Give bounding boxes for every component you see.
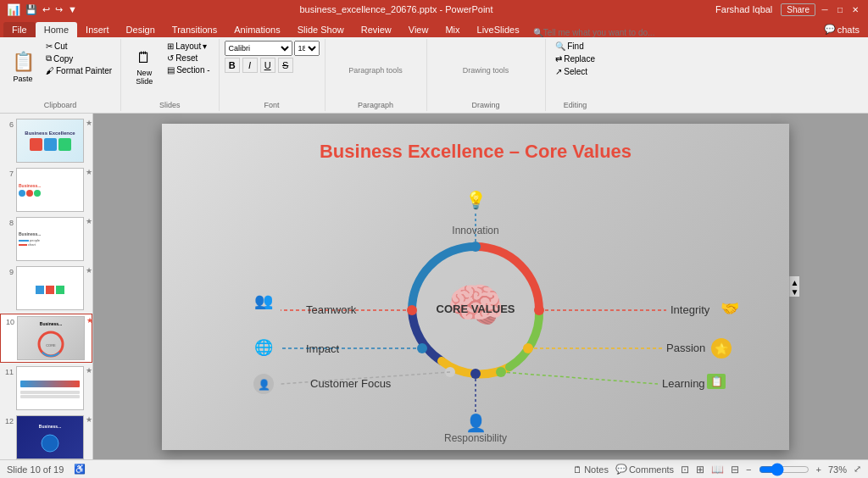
svg-text:👤: 👤 xyxy=(465,413,487,433)
tab-mix[interactable]: Mix xyxy=(437,22,468,37)
paste-label: Paste xyxy=(13,75,32,83)
tab-view[interactable]: View xyxy=(400,22,437,37)
status-bar: Slide 10 of 19 ♿ 🗒 Notes 💬 Comments ⊡ ⊞ … xyxy=(0,459,868,478)
slide-canvas[interactable]: Business Excellence – InnovationCore Val… xyxy=(162,124,789,450)
section-button[interactable]: ▤ Section - xyxy=(164,64,213,75)
paragraph-label: Paragraph xyxy=(358,99,393,109)
close-button[interactable]: ✕ xyxy=(849,3,861,15)
svg-text:🌐: 🌐 xyxy=(254,338,274,357)
find-button[interactable]: 🔍 Find xyxy=(552,41,587,52)
slide-title: Business Excellence – InnovationCore Val… xyxy=(162,124,789,170)
slide-main: Business Excellence – InnovationCore Val… xyxy=(93,114,868,459)
new-slide-icon: 🗒 xyxy=(136,49,152,67)
paste-button[interactable]: 📋 Paste xyxy=(5,41,41,93)
slide-thumb-8[interactable]: 8 Business... people chart ★ xyxy=(0,215,92,263)
format-painter-button[interactable]: 🖌 Format Painter xyxy=(42,65,115,76)
drawing-label: Drawing xyxy=(472,99,500,109)
zoom-out-button[interactable]: − xyxy=(746,464,751,475)
svg-text:Responsibility: Responsibility xyxy=(444,432,507,444)
tab-transitions[interactable]: Transitions xyxy=(164,22,225,37)
tab-insert[interactable]: Insert xyxy=(77,22,118,37)
slides-col: ⊞ Layout ▾ ↺ Reset ▤ Section - xyxy=(164,41,213,75)
new-slide-button[interactable]: 🗒 New Slide xyxy=(126,41,162,93)
slide-thumb-10[interactable]: 10 Business... CORE ★ xyxy=(0,314,92,363)
paragraph-content: Paragraph tools xyxy=(348,41,403,99)
svg-text:👤: 👤 xyxy=(258,378,270,391)
slide-panel[interactable]: 6 Business Excellence ★ 7 Business... xyxy=(0,114,93,459)
quick-access-redo[interactable]: ↪ xyxy=(55,4,63,15)
underline-button[interactable]: U xyxy=(260,58,275,73)
slide-thumb-7[interactable]: 7 Business... ★ xyxy=(0,166,92,214)
tab-chats[interactable]: 💬 chats xyxy=(815,21,868,37)
tab-home[interactable]: Home xyxy=(36,22,77,37)
tab-file[interactable]: File xyxy=(3,22,36,37)
slide-img-9 xyxy=(16,266,84,310)
scroll-bar[interactable]: ▲ ▼ xyxy=(789,276,799,297)
fit-slide-button[interactable]: ⤢ xyxy=(854,464,861,475)
tab-slideshow[interactable]: Slide Show xyxy=(289,22,353,37)
minimize-button[interactable]: ─ xyxy=(819,3,831,15)
clipboard-section: 📋 Paste ✂ Cut ⧉ Copy 🖌 Format Painter Cl… xyxy=(0,39,121,111)
scroll-up-arrow[interactable]: ▲ xyxy=(791,278,799,287)
slide-title-core: Core Values xyxy=(525,141,632,162)
title-bar: 📊 💾 ↩ ↪ ▼ business_excellence_20676.pptx… xyxy=(0,0,868,19)
format-painter-label: Format Painter xyxy=(56,66,112,75)
tab-animations[interactable]: Animations xyxy=(225,22,288,37)
editing-label: Editing xyxy=(564,99,587,109)
scroll-down-arrow[interactable]: ▼ xyxy=(791,287,799,297)
accessibility-icon[interactable]: ♿ xyxy=(74,464,86,475)
quick-access-customize[interactable]: ▼ xyxy=(68,4,77,14)
select-button[interactable]: ↗ Select xyxy=(552,66,591,77)
layout-button[interactable]: ⊞ Layout ▾ xyxy=(164,41,213,52)
quick-access-save[interactable]: 💾 xyxy=(25,4,37,15)
slides-section: 🗒 New Slide ⊞ Layout ▾ ↺ Reset ▤ Section… xyxy=(121,39,219,111)
replace-button[interactable]: ⇄ Replace xyxy=(552,53,598,64)
view-reading-icon[interactable]: 📖 xyxy=(711,464,724,475)
font-section: Calibri 18 B I U S Font xyxy=(220,39,326,111)
find-label: Find xyxy=(567,42,583,51)
share-button[interactable]: Share xyxy=(781,3,815,16)
zoom-in-button[interactable]: + xyxy=(816,464,821,475)
slide-img-11 xyxy=(16,366,84,410)
tell-me-input[interactable] xyxy=(543,28,679,37)
svg-text:Business...: Business... xyxy=(40,321,63,326)
slide-thumb-6[interactable]: 6 Business Excellence ★ xyxy=(0,117,92,164)
svg-text:⭐: ⭐ xyxy=(715,342,729,356)
select-icon: ↗ xyxy=(555,67,562,76)
view-slide-sorter-icon[interactable]: ⊞ xyxy=(696,464,704,475)
tab-liveslides[interactable]: LiveSlides xyxy=(469,22,528,37)
slide-thumb-11[interactable]: 11 ★ xyxy=(0,364,92,412)
svg-text:Business...: Business... xyxy=(39,424,62,429)
svg-text:Learning: Learning xyxy=(662,377,705,390)
notes-button[interactable]: 🗒 Notes xyxy=(573,464,609,475)
quick-access-undo[interactable]: ↩ xyxy=(42,4,50,15)
copy-label: Copy xyxy=(53,54,73,64)
italic-button[interactable]: I xyxy=(242,58,258,73)
section-icon: ▤ xyxy=(167,65,175,75)
svg-text:CORE: CORE xyxy=(46,343,56,347)
svg-text:Innovation: Innovation xyxy=(452,225,498,236)
svg-text:Customer Focus: Customer Focus xyxy=(310,377,392,390)
svg-line-40 xyxy=(501,372,658,384)
reset-button[interactable]: ↺ Reset xyxy=(164,53,213,64)
zoom-slider[interactable] xyxy=(759,464,810,475)
tab-review[interactable]: Review xyxy=(353,22,400,37)
clipboard-col: ✂ Cut ⧉ Copy 🖌 Format Painter xyxy=(42,41,115,76)
strikethrough-button[interactable]: S xyxy=(278,58,293,73)
view-normal-icon[interactable]: ⊡ xyxy=(681,464,689,475)
font-size-select[interactable]: 18 xyxy=(294,41,320,56)
slide-thumb-9[interactable]: 9 ★ xyxy=(0,264,92,312)
bold-button[interactable]: B xyxy=(225,58,240,73)
font-family-select[interactable]: Calibri xyxy=(225,41,292,56)
comments-button[interactable]: 💬 Comments xyxy=(615,464,674,475)
tab-design[interactable]: Design xyxy=(118,22,164,37)
drawing-content: Drawing tools xyxy=(463,41,509,99)
comments-label: Comments xyxy=(629,464,674,475)
copy-button[interactable]: ⧉ Copy xyxy=(42,53,115,64)
cut-button[interactable]: ✂ Cut xyxy=(42,41,115,52)
view-presenter-icon[interactable]: ⊟ xyxy=(731,464,739,475)
cut-icon: ✂ xyxy=(46,42,53,51)
restore-button[interactable]: □ xyxy=(834,3,846,15)
reset-icon: ↺ xyxy=(167,53,174,63)
slide-thumb-12[interactable]: 12 Business... ★ xyxy=(0,414,92,459)
